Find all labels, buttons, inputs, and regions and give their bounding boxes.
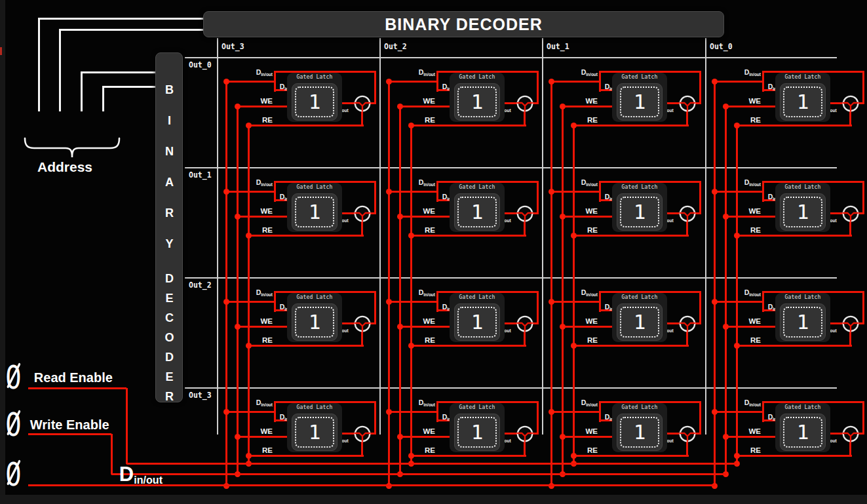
address-wire-2-v — [59, 29, 61, 111]
junction-dot-we — [235, 434, 241, 440]
latch-dotted-border: 1 — [295, 87, 334, 117]
junction-dot-dinout — [549, 189, 554, 195]
latch-box: 1 — [292, 193, 337, 231]
wire-we — [725, 326, 782, 328]
gated-latch: Gated Latch 1 — [612, 183, 667, 232]
tristate-buffer-icon — [678, 94, 697, 113]
read-enable-label: Read Enable — [34, 370, 113, 385]
junction-dot-we — [723, 104, 729, 109]
we-pin-label: WE — [731, 317, 761, 325]
wire-we — [725, 216, 782, 218]
top-binary-decoder-label: BINARY DECODER — [385, 15, 542, 34]
latch-value[interactable]: 1 — [797, 312, 809, 332]
write-enable-value[interactable]: 0 — [5, 410, 22, 439]
latch-value[interactable]: 1 — [634, 202, 646, 222]
latch-value[interactable]: 1 — [797, 92, 809, 112]
re-pin-label: RE — [242, 446, 273, 454]
wire-overrect-right — [374, 291, 376, 324]
wire-re — [411, 235, 526, 237]
wire-we — [237, 436, 294, 438]
dinout-pin-label: Din/out — [398, 288, 435, 297]
latch-dotted-border: 1 — [295, 307, 334, 338]
latch-value[interactable]: 1 — [797, 202, 809, 222]
wire-re — [573, 455, 689, 457]
din-pin-label: Din — [426, 413, 451, 421]
latch-value[interactable]: 1 — [471, 312, 484, 332]
memory-cell: Din/out Din WE RE Dout Gated Latch 1 — [380, 388, 545, 465]
junction-dot-dinout — [712, 409, 718, 415]
wire-we — [562, 216, 619, 218]
we-pin-label: WE — [405, 97, 435, 105]
wire-overrect-right — [537, 401, 539, 435]
column-label-out2: Out_2 — [384, 42, 407, 51]
left-decoder-word1: BINARY — [163, 83, 176, 268]
read-enable-value[interactable]: 0 — [5, 363, 22, 392]
junction-dot-we — [397, 324, 403, 330]
latch-box: 1 — [454, 414, 500, 451]
din-pin-label: Din — [426, 83, 451, 91]
wire-overrect-right — [374, 71, 376, 104]
tristate-buffer-icon — [516, 94, 534, 113]
latch-dotted-border: 1 — [457, 87, 497, 117]
memory-cell: Din/out Din WE RE Dout Gated Latch 1 — [543, 58, 708, 135]
dinout-pin-label: Din/out — [724, 68, 761, 77]
re-pin-label: RE — [731, 116, 761, 124]
wire-we — [562, 436, 619, 438]
latch-value[interactable]: 1 — [309, 202, 321, 222]
we-pin-label: WE — [731, 427, 761, 435]
latch-value[interactable]: 1 — [309, 422, 321, 442]
latch-dotted-border: 1 — [620, 307, 659, 338]
dinout-input: 0 Din/out — [5, 460, 163, 489]
gated-latch-title: Gated Latch — [612, 184, 667, 190]
latch-value[interactable]: 1 — [634, 312, 646, 332]
dinout-value[interactable]: 0 — [5, 460, 22, 489]
wire-re — [411, 345, 526, 347]
latch-dotted-border: 1 — [457, 417, 497, 448]
wire-overrect-right — [374, 181, 376, 214]
tristate-buffer-icon — [353, 315, 372, 333]
memory-cell: Din/out Din WE RE Dout Gated Latch 1 — [706, 168, 867, 245]
dinout-pin-label: Din/out — [236, 68, 273, 77]
wire-we — [237, 326, 294, 328]
latch-value[interactable]: 1 — [471, 92, 484, 112]
wire-re — [573, 235, 689, 237]
latch-value[interactable]: 1 — [309, 92, 321, 112]
latch-box: 1 — [454, 303, 500, 341]
junction-dot-we — [723, 214, 729, 220]
write-enable-input: 0 Write Enable — [5, 410, 109, 439]
din-pin-label: Din — [263, 413, 288, 421]
dinout-pin-label: Din/out — [398, 398, 435, 407]
re-pin-label: RE — [568, 336, 598, 344]
junction-dot-dinout — [712, 79, 718, 85]
memory-cell: Din/out Din WE RE Dout Gated Latch 1 — [706, 58, 867, 135]
junction-dot-dinout — [712, 299, 718, 305]
write-enable-label: Write Enable — [30, 417, 109, 433]
address-wire-1-v — [81, 71, 83, 111]
gated-latch: Gated Latch 1 — [450, 183, 505, 232]
gated-latch: Gated Latch 1 — [775, 183, 830, 232]
tristate-buffer-icon — [353, 204, 372, 223]
latch-dotted-border: 1 — [783, 417, 822, 448]
latch-value[interactable]: 1 — [471, 422, 484, 442]
latch-dotted-border: 1 — [620, 417, 659, 448]
gated-latch: Gated Latch 1 — [775, 293, 830, 342]
latch-box: 1 — [617, 414, 663, 451]
wire-re — [737, 455, 852, 457]
latch-value[interactable]: 1 — [634, 422, 646, 442]
latch-value[interactable]: 1 — [471, 202, 484, 222]
re-pin-label: RE — [242, 226, 273, 234]
latch-value[interactable]: 1 — [309, 312, 321, 332]
gated-latch: Gated Latch 1 — [612, 403, 667, 452]
memory-cell: Din/out Din WE RE Dout Gated Latch 1 — [380, 168, 545, 245]
memory-cell: Din/out Din WE RE Dout Gated Latch 1 — [218, 388, 383, 465]
gated-latch: Gated Latch 1 — [287, 403, 342, 452]
tristate-buffer-icon — [841, 94, 860, 113]
latch-box: 1 — [617, 83, 663, 121]
wire-we — [562, 106, 619, 107]
latch-value[interactable]: 1 — [634, 92, 646, 112]
memory-cell: Din/out Din WE RE Dout Gated Latch 1 — [380, 278, 545, 355]
junction-dot-we — [397, 104, 403, 109]
we-pin-label: WE — [242, 207, 273, 215]
latch-box: 1 — [617, 303, 663, 341]
latch-value[interactable]: 1 — [797, 422, 809, 442]
